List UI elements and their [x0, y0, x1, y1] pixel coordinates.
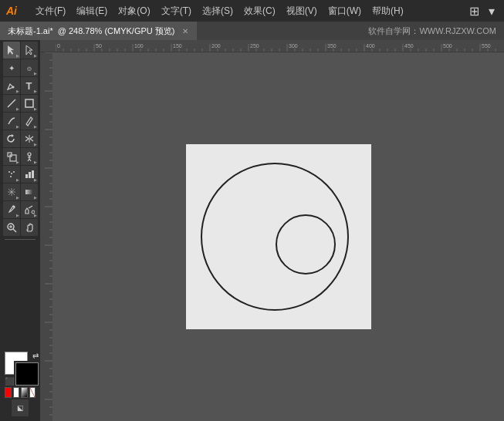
menu-bar: 文件(F) 编辑(E) 对象(O) 文字(T) 选择(S) 效果(C) 视图(V… — [31, 3, 460, 19]
rotate-tool[interactable] — [3, 130, 20, 147]
direct-selection-tool[interactable] — [21, 42, 38, 59]
svg-rect-14 — [32, 170, 34, 178]
ruler-left-ticks — [40, 52, 52, 421]
svg-point-17 — [32, 210, 35, 214]
fill-stroke-indicator: ⇄ ⬛ — [5, 352, 39, 386]
menu-object[interactable]: 对象(O) — [113, 3, 154, 19]
svg-rect-93 — [40, 52, 52, 421]
svg-text:450: 450 — [404, 43, 414, 49]
toolbar-divider — [5, 239, 36, 240]
menu-file[interactable]: 文件(F) — [31, 3, 70, 19]
titlebar: Ai 文件(F) 编辑(E) 对象(O) 文字(T) 选择(S) 效果(C) 视… — [0, 0, 504, 22]
dropdown-button[interactable]: ▾ — [485, 4, 498, 19]
svg-text:300: 300 — [289, 43, 298, 49]
left-toolbar: ✦ ⌾ T — [0, 40, 40, 421]
svg-text:200: 200 — [211, 43, 221, 49]
zoom-tool[interactable] — [3, 219, 20, 236]
none-swatch[interactable] — [29, 387, 36, 398]
svg-text:100: 100 — [134, 43, 144, 49]
mesh-tool[interactable] — [3, 184, 20, 200]
ruler-top-ticks: // ticks rendered inline below as SVG li… — [56, 40, 503, 52]
menu-edit[interactable]: 编辑(E) — [72, 3, 112, 19]
svg-point-7 — [28, 153, 31, 156]
tab-detail: @ 248.78% (CMYK/GPU 预览) — [58, 25, 175, 37]
ai-logo-icon: Ai — [6, 5, 25, 17]
svg-text:350: 350 — [327, 43, 337, 49]
svg-point-10 — [13, 171, 15, 173]
gradient-swatch[interactable] — [21, 387, 28, 398]
menu-select[interactable]: 选择(S) — [198, 3, 238, 19]
change-screen-mode-button[interactable]: ⬕ — [12, 399, 29, 416]
tabbar: 未标题-1.ai* @ 248.78% (CMYK/GPU 预览) ✕ 软件自学… — [0, 22, 504, 40]
symbol-tools-row — [2, 166, 39, 183]
svg-text:500: 500 — [443, 43, 452, 49]
selection-tool[interactable] — [3, 42, 20, 59]
swap-colors-icon[interactable]: ⇄ — [32, 352, 39, 360]
pen-tools-row: T — [2, 77, 39, 94]
selection-tools-row — [2, 42, 39, 59]
mesh-tools-row — [2, 184, 39, 200]
ruler-left — [40, 52, 52, 421]
menu-window[interactable]: 窗口(W) — [323, 3, 366, 19]
view-controls: ⊞ ▾ — [466, 4, 498, 19]
menu-text[interactable]: 文字(T) — [157, 3, 196, 19]
puppet-warp-tool[interactable] — [21, 148, 38, 165]
gradient-tool[interactable] — [21, 184, 38, 200]
line-tools-row — [2, 95, 39, 112]
bottom-tools: ⬕ — [5, 399, 36, 416]
paintbrush-tool[interactable] — [3, 113, 20, 130]
svg-point-0 — [12, 86, 14, 89]
svg-rect-2 — [25, 99, 33, 107]
canvas-area[interactable]: // ticks rendered inline below as SVG li… — [40, 40, 504, 421]
svg-marker-3 — [12, 134, 14, 137]
menu-help[interactable]: 帮助(H) — [367, 3, 408, 19]
eyedropper-tool[interactable] — [3, 201, 20, 218]
svg-text:250: 250 — [250, 43, 259, 49]
stroke-color-box[interactable] — [15, 362, 39, 386]
svg-point-11 — [10, 176, 12, 177]
document-tab[interactable]: 未标题-1.ai* @ 248.78% (CMYK/GPU 预览) ✕ — [0, 22, 197, 40]
svg-rect-15 — [25, 190, 33, 194]
tab-label: 未标题-1.ai* — [8, 25, 53, 37]
white-swatch[interactable] — [13, 387, 20, 398]
default-colors-icon[interactable]: ⬛ — [5, 377, 14, 386]
type-tool[interactable]: T — [21, 77, 38, 94]
svg-point-145 — [276, 215, 335, 274]
main-layout: ✦ ⌾ T — [0, 40, 504, 421]
svg-point-16 — [12, 206, 15, 208]
svg-text:0: 0 — [57, 43, 60, 49]
pencil-tool[interactable] — [21, 113, 38, 130]
menu-view[interactable]: 视图(V) — [282, 3, 322, 19]
lasso-tool[interactable]: ⌾ — [21, 59, 38, 76]
reflect-tool[interactable] — [21, 130, 38, 147]
paint-bucket-tool[interactable] — [21, 201, 38, 218]
svg-text:550: 550 — [482, 43, 491, 49]
hand-tool[interactable] — [21, 219, 38, 236]
color-section: ⇄ ⬛ ⬕ — [2, 349, 39, 419]
svg-text:150: 150 — [173, 43, 182, 49]
red-swatch[interactable] — [5, 387, 12, 398]
column-graph-tool[interactable] — [21, 166, 38, 183]
svg-point-144 — [201, 163, 348, 310]
artwork-svg — [186, 144, 371, 329]
watermark: 软件自学网：WWW.RJZXW.COM — [360, 22, 504, 40]
symbol-sprayer-tool[interactable] — [3, 166, 20, 183]
svg-text:400: 400 — [366, 43, 375, 49]
eyedropper-row — [2, 201, 39, 218]
magic-wand-tool[interactable]: ✦ — [3, 59, 20, 76]
rectangle-tool[interactable] — [21, 95, 38, 112]
grid-view-button[interactable]: ⊞ — [466, 4, 482, 19]
svg-point-9 — [11, 173, 12, 174]
line-tool[interactable] — [3, 95, 20, 112]
scale-tool[interactable] — [3, 148, 20, 165]
artboard-container[interactable] — [52, 52, 504, 421]
quick-swatches — [5, 387, 36, 398]
pen-tool[interactable] — [3, 77, 20, 94]
artboard — [186, 144, 371, 329]
svg-rect-13 — [29, 172, 31, 178]
tab-close-button[interactable]: ✕ — [182, 27, 188, 35]
svg-text:50: 50 — [96, 43, 102, 49]
menu-effect[interactable]: 效果(C) — [239, 3, 280, 19]
svg-rect-5 — [10, 155, 16, 161]
eraser-tools-row — [2, 130, 39, 147]
